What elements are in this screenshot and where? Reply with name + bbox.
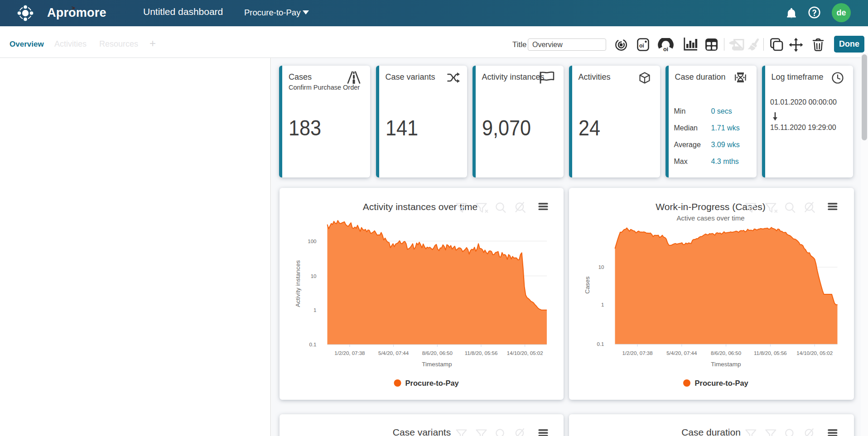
svg-text:1/2/20, 07:38: 1/2/20, 07:38	[334, 350, 365, 356]
svg-text:8/6/20, 06:50: 8/6/20, 06:50	[422, 350, 452, 356]
svg-text:Active cases over time: Active cases over time	[676, 214, 744, 222]
svg-text:1: 1	[313, 307, 316, 313]
svg-text:0.1: 0.1	[597, 341, 604, 347]
svg-text:1/2/20, 07:38: 1/2/20, 07:38	[622, 350, 652, 356]
svg-text:14/10/20, 05:02: 14/10/20, 05:02	[796, 350, 833, 356]
svg-text:8/6/20, 06:50: 8/6/20, 06:50	[711, 350, 741, 356]
svg-text:10: 10	[310, 273, 316, 279]
svg-text:5/4/20, 07:44: 5/4/20, 07:44	[378, 350, 409, 356]
svg-text:11/8/20, 05:56: 11/8/20, 05:56	[464, 350, 497, 356]
svg-text:Case variants: Case variants	[392, 427, 450, 436]
svg-text:0.1: 0.1	[309, 342, 316, 347]
svg-text:Case duration: Case duration	[681, 427, 741, 436]
svg-text:Procure-to-Pay: Procure-to-Pay	[694, 379, 748, 387]
svg-text:Activity instances: Activity instances	[294, 260, 301, 307]
svg-text:14/10/20, 05:02: 14/10/20, 05:02	[506, 350, 543, 356]
svg-text:10: 10	[598, 264, 604, 270]
svg-text:oi: oi	[663, 46, 668, 52]
svg-text:Procure-to-Pay: Procure-to-Pay	[405, 379, 459, 387]
svg-text:100: 100	[308, 239, 316, 244]
svg-text:oi: oi	[639, 43, 644, 49]
svg-text:Timestamp: Timestamp	[422, 361, 452, 368]
svg-text:Cases: Cases	[583, 276, 590, 294]
svg-text:1: 1	[601, 302, 604, 307]
svg-text:11/8/20, 05:56: 11/8/20, 05:56	[754, 350, 787, 356]
svg-text:5/4/20, 07:44: 5/4/20, 07:44	[666, 350, 697, 356]
svg-text:Timestamp: Timestamp	[711, 361, 741, 368]
